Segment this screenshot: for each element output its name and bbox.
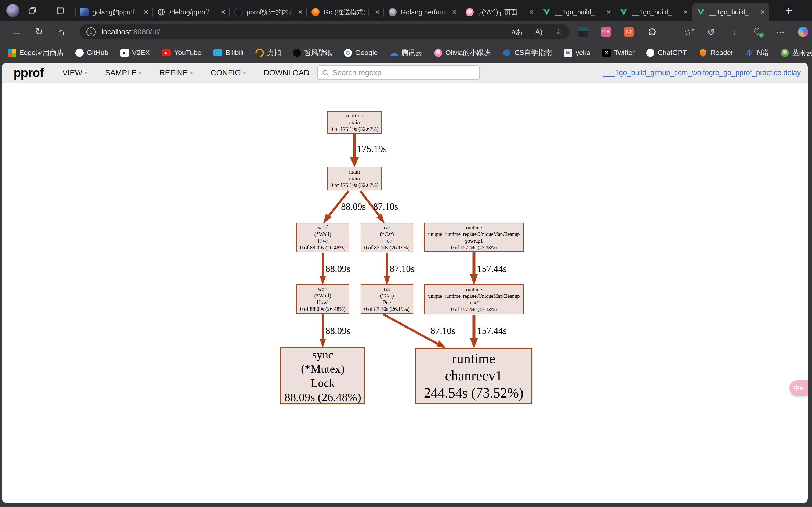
callgraph-edges [2, 62, 808, 503]
pig-icon [465, 8, 474, 16]
bookmark-olivia[interactable]: Olivia的小跟班 [434, 48, 491, 57]
yeka-icon: W [564, 49, 572, 57]
favorite-star-icon[interactable]: ☆ [555, 27, 562, 37]
node-wolf-live[interactable]: wolf (*Wolf) Live 0 of 88.09s (26.48%) [296, 223, 349, 252]
tab-close-icon[interactable]: × [760, 7, 765, 17]
extension-translate-icon[interactable]: 中A [601, 27, 611, 37]
url-host: localhost [101, 27, 131, 36]
tab-go-build-2[interactable]: __1go_build_ × [615, 3, 692, 21]
bookmarks-bar: Edge应用商店 GitHub ▶V2EX ▶YouTube · ·Bilibi… [0, 43, 812, 62]
tab-close-icon[interactable]: × [452, 7, 457, 17]
tab-close-icon[interactable]: × [529, 7, 534, 17]
bookmark-yeka[interactable]: Wyeka [564, 49, 591, 57]
tab-window-icon[interactable] [56, 6, 65, 15]
bookmark-twitter[interactable]: XTwitter [602, 49, 635, 57]
tab-favicon-image [80, 8, 89, 16]
edge-label: 175.19s [357, 144, 387, 155]
bookmark-nnuo[interactable]: /|/N诺 [745, 48, 769, 57]
address-bar[interactable]: i localhost:8080/ui/ aあ A) ☆ [80, 24, 569, 40]
bookmark-v2ex[interactable]: ▶V2EX [120, 49, 150, 57]
favorites-list-icon[interactable]: ☆≡ [683, 27, 693, 37]
node-cat-live[interactable]: cat (*Cat) Live 0 of 87.10s (26.19%) [361, 223, 413, 252]
floating-translate-button[interactable]: 中A [790, 380, 808, 396]
bookmark-google[interactable]: GGoogle [344, 49, 378, 57]
bookmark-leetcode[interactable]: 力扣 [255, 48, 281, 57]
tab-go-build-active[interactable]: __1go_build_ × [692, 3, 769, 21]
bookmark-edge-store[interactable]: Edge应用商店 [7, 48, 64, 57]
browser-essentials-icon[interactable]: ♡✓ [752, 27, 762, 37]
twitter-x-icon: X [602, 49, 611, 57]
tab-grafana-go[interactable]: Go (推送模式) | × [307, 3, 384, 21]
node-runtime-main[interactable]: runtime main 0 of 175.19s (52.67%) [327, 111, 382, 134]
tab-label: ╭(°A°`)╮ 页面 [478, 8, 527, 17]
tab-pprof-memory[interactable]: pprof统计的内存 × [230, 3, 307, 21]
new-tab-button[interactable]: + [785, 3, 793, 18]
leetcode-icon [255, 49, 264, 57]
tab-label: __1go_build_ [709, 8, 758, 16]
health-check-badge: ✓ [759, 33, 764, 38]
workspaces-icon[interactable] [28, 6, 37, 15]
browser-window: golang的pprof × /debug/pprof/ × pprof统计的内… [0, 0, 812, 507]
tab-golang-performance[interactable]: Golang perform × [384, 3, 461, 21]
node-wolf-howl[interactable]: wolf (*Wolf) Howl 0 of 88.09s (26.48%) [296, 284, 349, 314]
bookmark-youtube[interactable]: ▶YouTube [162, 49, 201, 57]
tab-close-icon[interactable]: × [375, 7, 380, 17]
edge-label: 87.10s [430, 326, 455, 336]
vue-icon [619, 8, 628, 16]
bookmark-chatgpt[interactable]: ChatGPT [646, 49, 687, 57]
node-sync-mutex-lock[interactable]: sync (*Mutex) Lock 88.09s (26.48%) [280, 347, 365, 404]
tab-kaomoji-page[interactable]: ╭(°A°`)╮ 页面 × [461, 3, 538, 21]
tab-close-icon[interactable]: × [144, 7, 149, 17]
tab-label: /debug/pprof/ [169, 8, 218, 16]
bookmark-reader[interactable]: Reader [699, 49, 733, 57]
profile-avatar[interactable] [6, 4, 19, 17]
reader-icon [699, 49, 707, 57]
edge-label: 87.10s [390, 264, 414, 274]
bookmark-bilibili[interactable]: · ·Bilibili [213, 49, 243, 57]
bookmark-github[interactable]: GitHub [75, 49, 108, 57]
monkey-icon [388, 8, 397, 16]
edge-label: 88.09s [325, 326, 350, 336]
bookmark-zhefeng[interactable]: 哲风壁纸 [293, 48, 332, 57]
downloads-icon[interactable]: ↓ [729, 27, 739, 37]
globe-icon [157, 8, 166, 16]
tab-golang-pprof[interactable]: golang的pprof × [76, 3, 153, 21]
node-unique-func2[interactable]: runtime unique_runtime_registerUniqueMap… [424, 284, 524, 315]
bookmark-tencent-cloud[interactable]: ☁腾讯云 [390, 48, 422, 57]
url-path: :8080/ui/ [131, 27, 160, 36]
home-icon[interactable]: ⌂ [58, 25, 64, 39]
tab-close-icon[interactable]: × [683, 7, 688, 17]
extension-robot-icon[interactable] [578, 27, 588, 37]
tab-debug-pprof[interactable]: /debug/pprof/ × [153, 3, 230, 21]
pprof-page: pprof VIEW▾ SAMPLE▾ REFINE▾ CONFIG▾ DOWN… [2, 62, 808, 503]
settings-more-icon[interactable]: ⋯ [775, 27, 785, 37]
cube-icon [503, 49, 511, 57]
copilot-icon[interactable] [798, 27, 808, 37]
chatgpt-icon [646, 49, 654, 57]
vue-icon [543, 8, 551, 16]
read-aloud-icon[interactable]: A) [535, 28, 543, 36]
tab-close-icon[interactable]: × [221, 7, 225, 17]
translate-page-icon[interactable]: aあ [512, 27, 523, 37]
tab-label: __1go_build_ [632, 8, 681, 16]
tab-go-build-1[interactable]: __1go_build_ × [538, 3, 615, 21]
tab-close-icon[interactable]: × [606, 7, 611, 17]
tab-close-icon[interactable]: × [298, 7, 303, 17]
history-icon[interactable]: ↺ [706, 27, 716, 37]
site-info-icon[interactable]: i [87, 27, 96, 37]
bookmark-congyu[interactable]: 丛雨云 [781, 48, 812, 57]
tab-label: golang的pprof [92, 8, 142, 17]
edge-label: 88.09s [325, 264, 350, 274]
node-unique-gowrap1[interactable]: runtime unique_runtime_registerUniqueMap… [424, 223, 524, 252]
refresh-icon[interactable]: ↻ [35, 25, 43, 39]
extensions-puzzle-icon[interactable] [647, 27, 657, 37]
node-cat-pee[interactable]: cat (*Cat) Pee 0 of 87.10s (26.19%) [361, 284, 413, 314]
google-icon: G [344, 49, 352, 57]
node-runtime-chanrecv1[interactable]: runtime chanrecv1 244.54s (73.52%) [415, 348, 532, 404]
node-main-main[interactable]: main main 0 of 175.19s (52.67%) [327, 167, 382, 190]
tab-list: golang的pprof × /debug/pprof/ × pprof统计的内… [76, 3, 769, 21]
extension-braces-icon[interactable]: {..} [624, 27, 634, 37]
callgraph: runtime main 0 of 175.19s (52.67%) main … [2, 62, 808, 503]
bookmark-cs-guide[interactable]: CS自学指南 [503, 48, 552, 57]
back-icon[interactable]: ← [11, 25, 22, 39]
